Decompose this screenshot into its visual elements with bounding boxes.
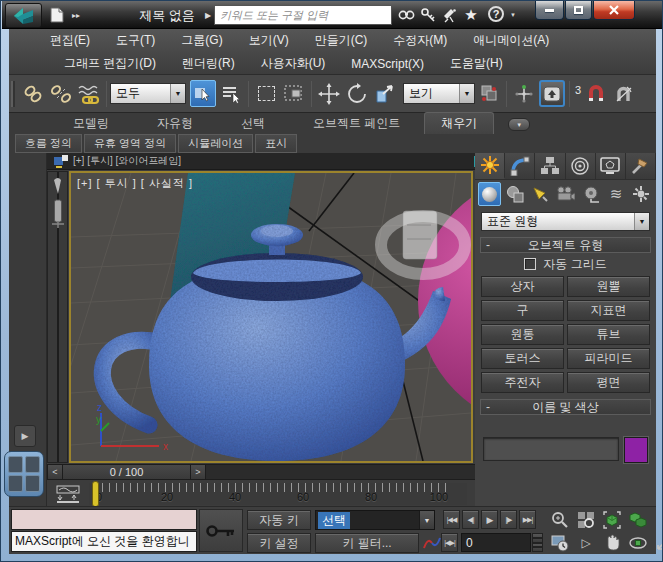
menu-help[interactable]: 도움말(H) — [437, 55, 516, 72]
autodesk-account-key-icon[interactable] — [418, 5, 438, 25]
reference-coordinate-dropdown[interactable]: 보기 ▼ — [403, 83, 475, 104]
minimize-button[interactable] — [535, 1, 564, 20]
ribbon-tab-freeform[interactable]: 자유형 — [133, 113, 217, 134]
select-and-manipulate-icon[interactable] — [511, 80, 537, 107]
menu-tools[interactable]: 도구(T) — [103, 32, 168, 49]
category-helpers[interactable] — [579, 182, 602, 206]
ribbon-tab-selection[interactable]: 선택 — [217, 113, 289, 134]
panel-flow-definition[interactable]: 흐름 정의 — [15, 134, 82, 153]
frame-spinner[interactable] — [532, 533, 543, 552]
teapot-object[interactable] — [102, 224, 451, 461]
menu-create[interactable]: 만들기(C) — [302, 32, 381, 49]
application-menu-button[interactable] — [5, 3, 42, 28]
button-cylinder[interactable]: 원통 — [481, 324, 564, 345]
button-plane[interactable]: 평면 — [567, 372, 650, 393]
ribbon-tab-populate[interactable]: 채우기 — [424, 112, 494, 134]
menu-maxscript[interactable]: MAXScript(X) — [338, 57, 437, 71]
close-button[interactable] — [593, 1, 635, 20]
angle-snap-toggle-icon[interactable] — [611, 80, 637, 107]
panel-idle-area-definition[interactable]: 유휴 영역 정의 — [84, 134, 176, 153]
menu-edit[interactable]: 편집(E) — [37, 32, 103, 49]
menu-animation[interactable]: 애니메이션(A) — [460, 32, 562, 49]
ribbon-tab-object-paint[interactable]: 오브젝트 페인트 — [289, 113, 424, 134]
time-slider-prev-button[interactable]: < — [48, 465, 63, 479]
open-mini-curve-editor-icon[interactable] — [55, 485, 81, 503]
key-mode-toggle-button[interactable]: |◀▶| — [441, 533, 458, 552]
tab-motion[interactable] — [566, 153, 596, 179]
button-cone[interactable]: 원뿔 — [567, 276, 650, 297]
button-teapot[interactable]: 주전자 — [481, 372, 564, 393]
keyboard-shortcut-override-toggle[interactable] — [539, 80, 565, 107]
search-icon[interactable] — [396, 5, 416, 25]
help-icon[interactable]: ? — [488, 6, 504, 22]
category-systems[interactable] — [630, 182, 653, 206]
button-sphere[interactable]: 구 — [481, 300, 564, 321]
select-and-link-icon[interactable] — [20, 80, 46, 107]
button-torus[interactable]: 토러스 — [481, 348, 564, 369]
unlink-selection-icon[interactable] — [48, 80, 74, 107]
field-of-view-icon[interactable]: ▷ — [575, 533, 597, 552]
time-slider-track[interactable] — [206, 465, 480, 479]
zoom-extents-icon[interactable] — [601, 510, 623, 529]
favorites-star-icon[interactable]: ★ — [461, 5, 481, 25]
zoom-icon[interactable] — [549, 510, 571, 529]
object-name-field[interactable] — [483, 437, 619, 461]
time-slider-next-button[interactable]: > — [191, 465, 206, 479]
tab-hierarchy[interactable] — [535, 153, 565, 179]
viewport-layout-tabs-button[interactable] — [4, 451, 44, 497]
rollout-object-type[interactable]: - 오브젝트 유형 — [480, 237, 651, 253]
default-in-out-tangents-icon[interactable] — [423, 535, 441, 551]
select-and-move-icon[interactable] — [316, 80, 342, 107]
key-filters-button[interactable]: 키 필터... — [315, 533, 419, 553]
object-color-swatch[interactable] — [624, 437, 648, 463]
button-pyramid[interactable]: 피라미드 — [567, 348, 650, 369]
set-key-button[interactable]: 키 설정 — [247, 533, 311, 553]
quick-access-overflow-button[interactable]: ▸▸ — [68, 4, 84, 26]
time-slider-handle[interactable]: 0 / 100 — [63, 465, 191, 479]
communication-center-icon[interactable] — [440, 5, 460, 25]
select-and-rotate-icon[interactable] — [344, 80, 370, 107]
viewport-label[interactable]: [+] [ 투시 ] [ 사실적 ] — [77, 176, 193, 191]
search-input[interactable] — [214, 5, 392, 25]
go-to-start-button[interactable]: |◀◀ — [443, 510, 460, 529]
time-configuration-icon[interactable] — [549, 533, 571, 552]
orbit-icon[interactable] — [627, 533, 649, 552]
category-cameras[interactable] — [554, 182, 577, 206]
category-space-warps[interactable]: ≋ — [605, 182, 628, 206]
ribbon-minimize-dropdown[interactable]: ▼ — [508, 118, 530, 131]
play-button[interactable]: ▶ — [481, 510, 498, 529]
pan-hand-icon[interactable] — [601, 533, 623, 552]
tab-modify[interactable] — [505, 153, 535, 179]
menu-views[interactable]: 보기(V) — [236, 32, 302, 49]
menu-group[interactable]: 그룹(G) — [168, 32, 235, 49]
ribbon-tab-modeling[interactable]: 모델링 — [49, 113, 133, 134]
go-to-end-button[interactable]: ▶▶| — [519, 510, 536, 529]
collapsed-viewport-top[interactable]: [+] [투시] [와이어프레임] — [47, 153, 481, 170]
window-crossing-toggle-icon[interactable] — [281, 80, 307, 107]
maxscript-macro-recorder-field[interactable] — [11, 509, 197, 530]
zoom-all-icon[interactable] — [575, 510, 597, 529]
previous-frame-button[interactable]: ◀|| — [462, 510, 479, 529]
panel-simulation[interactable]: 시뮬레이션 — [178, 134, 253, 153]
bind-to-space-warp-icon[interactable] — [76, 80, 102, 107]
button-tube[interactable]: 튜브 — [567, 324, 650, 345]
category-geometry[interactable] — [478, 182, 501, 206]
track-bar[interactable]: 0 20 40 60 80 100 — [89, 483, 467, 505]
category-shapes[interactable] — [503, 182, 526, 206]
button-box[interactable]: 상자 — [481, 276, 564, 297]
selection-set-dropdown[interactable]: 선택 ▼ — [315, 510, 435, 530]
spinner-up-icon[interactable] — [532, 533, 543, 543]
spinner-down-icon[interactable] — [532, 543, 543, 553]
tab-create[interactable] — [475, 153, 505, 179]
snaps-toggle-magnet-icon[interactable] — [583, 80, 609, 107]
maximize-viewport-toggle-icon[interactable] — [653, 533, 663, 552]
use-pivot-point-icon[interactable] — [476, 80, 502, 107]
rectangular-selection-region-icon[interactable] — [253, 80, 279, 107]
zoom-extents-all-icon[interactable] — [627, 510, 649, 529]
select-by-name-icon[interactable] — [218, 80, 244, 107]
button-geosphere[interactable]: 지표면 — [567, 300, 650, 321]
tab-display[interactable] — [596, 153, 626, 179]
selection-lock-toggle[interactable] — [199, 509, 243, 552]
select-and-scale-icon[interactable] — [372, 80, 398, 107]
rollout-name-color[interactable]: - 이름 및 색상 — [480, 399, 651, 415]
